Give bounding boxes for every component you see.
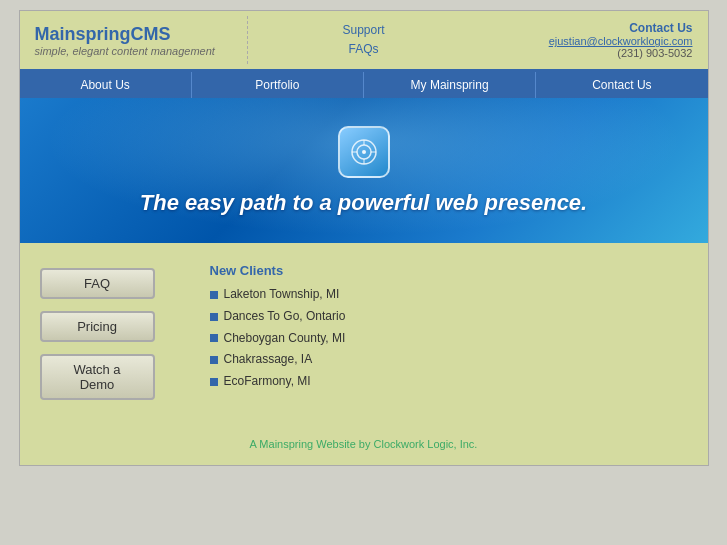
site-header: MainspringCMS simple, elegant content ma… <box>20 11 708 72</box>
support-link[interactable]: Support <box>254 21 473 40</box>
list-item: Chakrassage, IA <box>210 349 688 371</box>
faq-button[interactable]: FAQ <box>40 268 155 299</box>
logo-area: MainspringCMS simple, elegant content ma… <box>35 24 254 57</box>
footer-text: A Mainspring Website by Clockwork Logic,… <box>20 438 708 450</box>
faqs-link[interactable]: FAQs <box>254 40 473 59</box>
cms-icon <box>338 126 390 178</box>
bullet-icon <box>210 313 218 321</box>
cms-svg-icon <box>349 137 379 167</box>
bullet-icon <box>210 334 218 342</box>
page-wrapper: MainspringCMS simple, elegant content ma… <box>19 10 709 466</box>
new-clients-section: New Clients Laketon Township, MI Dances … <box>180 263 688 400</box>
bullet-icon <box>210 291 218 299</box>
list-item: Cheboygan County, MI <box>210 328 688 350</box>
list-item: Dances To Go, Ontario <box>210 306 688 328</box>
logo-title: MainspringCMS <box>35 24 254 45</box>
header-contact: Contact Us ejustian@clockworklogic.com (… <box>473 21 692 59</box>
bullet-icon <box>210 378 218 386</box>
nav-about-us[interactable]: About Us <box>20 72 192 98</box>
hero-banner: The easy path to a powerful web presence… <box>20 98 708 243</box>
pricing-button[interactable]: Pricing <box>40 311 155 342</box>
content-area: FAQ Pricing Watch a Demo New Clients Lak… <box>20 243 708 420</box>
header-nav-links: Support FAQs <box>254 21 473 59</box>
bullet-icon <box>210 356 218 364</box>
logo-subtitle: simple, elegant content management <box>35 45 254 57</box>
nav-contact-us[interactable]: Contact Us <box>536 72 707 98</box>
contact-title: Contact Us <box>473 21 692 35</box>
list-item: EcoFarmony, MI <box>210 371 688 393</box>
svg-point-2 <box>362 150 366 154</box>
new-clients-title: New Clients <box>210 263 688 278</box>
contact-phone: (231) 903-5032 <box>473 47 692 59</box>
contact-email[interactable]: ejustian@clockworklogic.com <box>473 35 692 47</box>
list-item: Laketon Township, MI <box>210 284 688 306</box>
site-footer: A Mainspring Website by Clockwork Logic,… <box>20 420 708 465</box>
nav-portfolio[interactable]: Portfolio <box>192 72 364 98</box>
nav-my-mainspring[interactable]: My Mainspring <box>364 72 536 98</box>
sidebar-buttons: FAQ Pricing Watch a Demo <box>40 263 180 400</box>
watch-demo-button[interactable]: Watch a Demo <box>40 354 155 400</box>
hero-tagline: The easy path to a powerful web presence… <box>140 190 587 216</box>
main-navbar: About Us Portfolio My Mainspring Contact… <box>20 72 708 98</box>
client-list: Laketon Township, MI Dances To Go, Ontar… <box>210 284 688 392</box>
